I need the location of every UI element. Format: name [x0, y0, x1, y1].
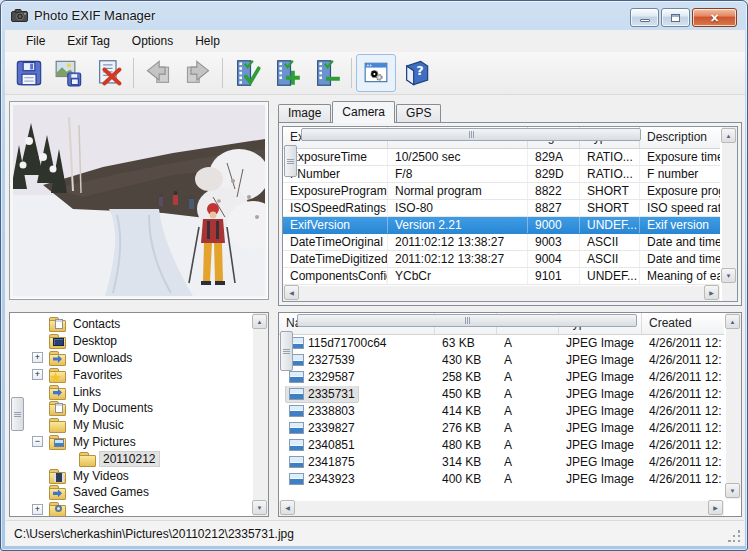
file-row[interactable]: 2341875 314 KB A JPEG Image 4/26/2011 12…: [279, 454, 724, 471]
exif-table-row[interactable]: ExposureProgram Normal program 8822 SHOR…: [283, 183, 720, 200]
exif-table-row[interactable]: ComponentsConfig... YCbCr 9101 UNDEF... …: [283, 268, 720, 285]
column-header[interactable]: Description: [640, 127, 720, 148]
menu-item[interactable]: Help: [184, 32, 231, 50]
folder-overlay-icon: [55, 403, 63, 413]
menu-item[interactable]: Options: [121, 32, 184, 50]
exif-table-row[interactable]: DateTimeDigitized 2011:02:12 13:38:27 90…: [283, 251, 720, 268]
tab-image[interactable]: Image: [278, 104, 331, 122]
remove-exif-tag-button[interactable]: [307, 54, 347, 92]
tree-item[interactable]: Links: [10, 383, 268, 400]
options-button[interactable]: [356, 54, 396, 92]
vscroll-thumb[interactable]: [284, 145, 297, 177]
resize-grip[interactable]: [728, 530, 741, 543]
expand-toggle[interactable]: −: [32, 436, 43, 447]
file-row[interactable]: 2340851 480 KB A JPEG Image 4/26/2011 12…: [279, 437, 724, 454]
file-hscrollbar[interactable]: [279, 501, 724, 516]
expand-toggle[interactable]: +: [32, 352, 43, 363]
menu-item[interactable]: Exif Tag: [56, 32, 120, 50]
tree-item-label: My Videos: [70, 469, 132, 483]
column-header[interactable]: Created: [642, 313, 724, 334]
scroll-down-button[interactable]: ▼: [725, 483, 740, 498]
tree-item[interactable]: + Favorites: [10, 366, 268, 383]
file-created-cell: 4/26/2011 12:: [642, 352, 724, 369]
folder-overlay-icon: [50, 372, 61, 383]
scroll-right-button[interactable]: ▶: [708, 500, 723, 515]
image-file-icon: [289, 473, 304, 485]
tree-item[interactable]: My Music: [10, 417, 268, 434]
exif-table-row[interactable]: ISOSpeedRatings ISO-80 8827 SHORT ISO sp…: [283, 200, 720, 217]
scroll-down-button[interactable]: ▼: [721, 268, 736, 283]
tree-item[interactable]: − My Pictures: [10, 434, 268, 451]
thumb-grip: [287, 161, 294, 162]
hscroll-thumb[interactable]: [301, 128, 641, 141]
exif-type-cell: ASCII: [580, 234, 640, 250]
tab-gps[interactable]: GPS: [396, 104, 441, 122]
exif-type-cell: UNDEF...: [580, 217, 640, 233]
title-bar[interactable]: Photo EXIF Manager ×: [1, 1, 747, 30]
exif-hscrollbar[interactable]: [283, 286, 720, 301]
exif-table-row[interactable]: DateTimeOriginal 2011:02:12 13:38:27 900…: [283, 234, 720, 251]
file-attributes-cell: A: [497, 386, 559, 403]
add-exif-tag-button[interactable]: [267, 54, 307, 92]
exif-name-cell: ExifVersion: [283, 217, 388, 233]
file-row[interactable]: 2329587 258 KB A JPEG Image 4/26/2011 12…: [279, 369, 724, 386]
file-size-cell: 450 KB: [435, 386, 497, 403]
file-row[interactable]: 115d71700c64 63 KB A JPEG Image 4/26/201…: [279, 335, 724, 352]
tree-item[interactable]: + Downloads: [10, 350, 268, 367]
tree-item[interactable]: Desktop: [10, 333, 268, 350]
next-image-button[interactable]: [178, 54, 218, 92]
tree-item[interactable]: My Videos: [10, 467, 268, 484]
exif-table-row[interactable]: ExposureTime 10/2500 sec 829A RATIO... E…: [283, 149, 720, 166]
vscroll-thumb[interactable]: [280, 331, 293, 371]
file-size-cell: 430 KB: [435, 352, 497, 369]
help-button[interactable]: ?: [396, 54, 436, 92]
exif-name-cell: DateTimeOriginal: [283, 234, 388, 250]
folder-tree: Contacts Desktop + Downloads: [9, 312, 269, 517]
maximize-button[interactable]: [661, 8, 690, 27]
scroll-down-button[interactable]: ▼: [252, 500, 267, 515]
exif-table-row[interactable]: FNumber F/8 829D RATIO... F number: [283, 166, 720, 183]
hscroll-thumb[interactable]: [297, 314, 637, 327]
tree-item[interactable]: Contacts: [10, 316, 268, 333]
file-row[interactable]: 2343923 400 KB A JPEG Image 4/26/2011 12…: [279, 471, 724, 488]
save-button[interactable]: [9, 54, 49, 92]
tree-item-label: Downloads: [70, 351, 135, 365]
apply-exif-tags-button[interactable]: [227, 54, 267, 92]
file-size-cell: 480 KB: [435, 437, 497, 454]
tree-item[interactable]: 20110212: [10, 450, 268, 467]
scroll-up-button[interactable]: ▲: [252, 314, 267, 329]
file-created-cell: 4/26/2011 12:: [642, 420, 724, 437]
delete-list-button[interactable]: [89, 54, 129, 92]
file-row[interactable]: 2335731 450 KB A JPEG Image 4/26/2011 12…: [279, 386, 724, 403]
file-created-cell: 4/26/2011 12:: [642, 471, 724, 488]
folder-overlay-icon: [53, 389, 62, 397]
scroll-left-button[interactable]: ◀: [280, 500, 295, 515]
menu-item[interactable]: File: [15, 32, 56, 50]
tab-camera[interactable]: Camera: [332, 101, 395, 123]
scroll-left-button[interactable]: ◀: [284, 285, 299, 300]
scroll-up-button[interactable]: ▲: [725, 314, 740, 329]
exif-table: Exif Name Value Tag Type Description Exp…: [282, 126, 738, 302]
minimize-button[interactable]: [630, 8, 659, 27]
file-row[interactable]: 2327539 430 KB A JPEG Image 4/26/2011 12…: [279, 352, 724, 369]
expand-toggle[interactable]: +: [32, 504, 43, 515]
expand-toggle[interactable]: +: [32, 369, 43, 380]
file-row[interactable]: 2338803 414 KB A JPEG Image 4/26/2011 12…: [279, 403, 724, 420]
scroll-up-button[interactable]: ▲: [721, 128, 736, 143]
vscroll-thumb[interactable]: [11, 397, 24, 431]
exif-table-row[interactable]: ExifVersion Version 2.21 9000 UNDEF... E…: [283, 217, 720, 234]
file-vscrollbar[interactable]: [726, 313, 741, 499]
file-attributes-cell: A: [497, 471, 559, 488]
tree-item[interactable]: My Documents: [10, 400, 268, 417]
tree-vscrollbar[interactable]: [253, 313, 268, 516]
exif-type-cell: RATIO...: [580, 166, 640, 182]
tree-item[interactable]: + Searches: [10, 501, 268, 517]
file-row[interactable]: 2339827 276 KB A JPEG Image 4/26/2011 12…: [279, 420, 724, 437]
exif-desc-cell: Date and time of: [640, 234, 720, 250]
tree-item-label: Favorites: [70, 368, 125, 382]
save-image-button[interactable]: [49, 54, 89, 92]
tree-item[interactable]: Saved Games: [10, 484, 268, 501]
close-button[interactable]: ×: [692, 8, 737, 27]
previous-image-button[interactable]: [138, 54, 178, 92]
scroll-right-button[interactable]: ▶: [704, 285, 719, 300]
